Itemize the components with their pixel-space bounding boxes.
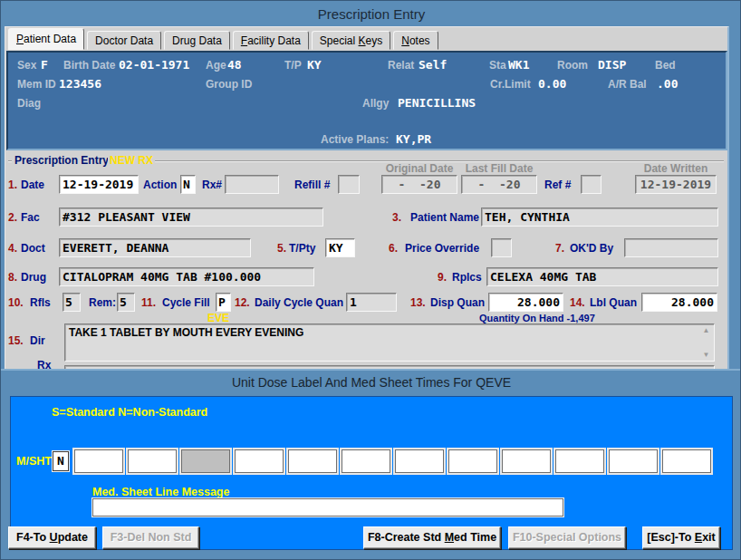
tab-doctor-data[interactable]: Doctor Data — [87, 31, 161, 50]
memid-label: Mem ID — [17, 78, 56, 91]
age-label: Age — [206, 59, 226, 72]
active-plans-value: KY,PR — [396, 132, 431, 146]
price-override-input[interactable] — [491, 238, 512, 257]
daily-cycle-quan-input[interactable]: 1 — [346, 293, 397, 312]
med-time-slot-12[interactable] — [662, 449, 711, 473]
action-input[interactable]: N — [180, 175, 196, 194]
arbal-value: .00 — [657, 77, 678, 91]
drug-input[interactable]: CITALOPRAM 40MG TAB #100.000 — [59, 267, 314, 286]
refills-input[interactable]: 5 — [63, 293, 81, 312]
crlimit-value: 0.00 — [538, 77, 566, 91]
birthdate-label: Birth Date — [63, 59, 115, 72]
f3-del-non-std-button: F3-Del Non Std — [102, 526, 199, 549]
tab-bar: Patient Data Doctor Data Drug Data Facil… — [8, 28, 441, 50]
tpty-input[interactable]: KY — [325, 238, 355, 257]
med-time-slot-5[interactable] — [288, 449, 337, 473]
tab-drug-data[interactable]: Drug Data — [164, 31, 230, 50]
directions-text: TAKE 1 TABLET BY MOUTH EVERY EVENING — [69, 326, 303, 339]
active-plans-label: Active Plans: — [321, 133, 389, 146]
original-date-field: - -20 — [381, 175, 457, 194]
tab-patient-data[interactable]: Patient Data — [8, 28, 84, 50]
room-label: Room — [557, 59, 588, 72]
sta-value: WK1 — [508, 58, 529, 72]
field4-number: 4. — [8, 242, 17, 255]
prescription-entry-window: Prescription Entry Patient Data Doctor D… — [0, 0, 741, 560]
disp-quan-input[interactable]: 28.000 — [488, 293, 563, 312]
tab-special-keys[interactable]: Special Keys — [312, 31, 390, 50]
sex-value: F — [41, 58, 48, 72]
arbal-label: A/R Bal — [608, 78, 647, 91]
med-sheet-message-input[interactable] — [92, 498, 563, 517]
field3-number: 3. — [392, 211, 401, 224]
okd-by-input[interactable] — [624, 238, 718, 257]
med-time-slot-9[interactable] — [502, 449, 551, 473]
rx-number-input[interactable] — [225, 175, 279, 194]
med-time-slot-6[interactable] — [342, 449, 390, 473]
ref-number-input[interactable] — [581, 175, 601, 194]
tab-facility-data[interactable]: Facility Data — [233, 31, 309, 50]
refill-label: Refill # — [294, 179, 330, 191]
quantity-on-hand: Quantity On Hand -1,497 — [479, 313, 595, 323]
ref-number-label: Ref # — [544, 179, 571, 191]
daily-cycle-quan-label: Daily Cycle Quan — [255, 296, 343, 309]
cycle-fill-label: Cycle Fill — [162, 296, 210, 309]
msht-label: M/SHT — [16, 455, 52, 468]
scrollbar-down-icon[interactable]: ▼ — [703, 351, 710, 359]
doctor-input[interactable]: EVERETT, DEANNA — [59, 238, 251, 257]
directions-textarea[interactable]: TAKE 1 TABLET BY MOUTH EVERY EVENING ▲ ▼ — [64, 323, 715, 362]
tab-notes[interactable]: Notes — [393, 31, 438, 50]
f8-create-std-med-time-button[interactable]: F8-Create Std Med Time — [363, 526, 501, 549]
replaces-input[interactable]: CELEXA 40MG TAB — [486, 267, 718, 286]
med-time-slot-7[interactable] — [395, 449, 444, 473]
med-time-slot-3-selected[interactable] — [181, 449, 230, 473]
field14-number: 14. — [570, 296, 585, 309]
diag-label: Diag — [17, 97, 41, 110]
remaining-label: Rem: — [89, 296, 116, 309]
med-time-slot-11[interactable] — [609, 449, 658, 473]
med-time-slot-4[interactable] — [235, 449, 284, 473]
new-rx-badge: NEW RX — [108, 154, 155, 167]
patient-name-label: Patient Name — [410, 211, 479, 224]
msht-input[interactable]: N — [53, 451, 69, 471]
disp-quan-label: Disp Quan — [430, 296, 485, 309]
med-time-slot-1[interactable] — [74, 449, 123, 473]
cycle-fill-input[interactable]: P — [216, 293, 231, 312]
cycle-time-code: EVE — [207, 312, 229, 324]
directions-label: Dir — [30, 334, 45, 347]
f4-update-button[interactable]: F4-To Update — [8, 526, 96, 549]
med-sheet-times-dialog: Unit Dose Label And Med Sheet Times For … — [1, 369, 741, 560]
med-sheet-message-label: Med. Sheet Line Message — [92, 486, 229, 498]
remaining-input[interactable]: 5 — [117, 293, 135, 312]
room-value: DISP — [598, 58, 626, 72]
patient-info-panel: Sex F Birth Date 02-01-1971 Age 48 T/P K… — [6, 51, 727, 150]
crlimit-label: Cr.Limit — [490, 78, 531, 91]
med-time-slot-10[interactable] — [555, 449, 604, 473]
tp-label: T/P — [284, 59, 302, 72]
facility-input[interactable]: #312 PLEASANT VIEW — [59, 208, 323, 227]
price-override-label: Price Override — [405, 242, 479, 255]
birthdate-value: 02-01-1971 — [119, 58, 189, 72]
med-time-slot-2[interactable] — [128, 449, 177, 473]
allgy-value: PENICILLINS — [398, 96, 476, 110]
rx-number-label: Rx# — [202, 179, 222, 191]
last-fill-date-field: - -20 — [461, 175, 537, 194]
esc-exit-button[interactable]: [Esc]-To Exit — [642, 526, 720, 549]
bed-label: Bed — [655, 59, 676, 72]
patient-name-input[interactable]: TEH, CYNTHIA — [481, 208, 718, 227]
lbl-quan-label: Lbl Quan — [590, 296, 637, 309]
lbl-quan-input[interactable]: 28.000 — [641, 293, 717, 312]
field5-number: 5. — [277, 242, 286, 255]
sex-label: Sex — [17, 59, 36, 72]
field9-number: 9. — [438, 271, 447, 284]
directions-scrollbar: ▲ ▼ — [700, 326, 712, 359]
date-input[interactable]: 12-19-2019 — [59, 175, 139, 194]
refills-label: Rfls — [30, 296, 51, 309]
field13-number: 13. — [410, 296, 426, 309]
scrollbar-up-icon[interactable]: ▲ — [703, 326, 710, 334]
refill-input[interactable] — [338, 175, 360, 194]
med-time-slot-8[interactable] — [448, 449, 497, 473]
field2-number: 2. — [8, 211, 17, 224]
standard-legend: S=Standard N=Non-Standard — [52, 406, 207, 419]
field12-number: 12. — [235, 296, 250, 309]
dialog-title: Unit Dose Label And Med Sheet Times For … — [1, 371, 741, 394]
